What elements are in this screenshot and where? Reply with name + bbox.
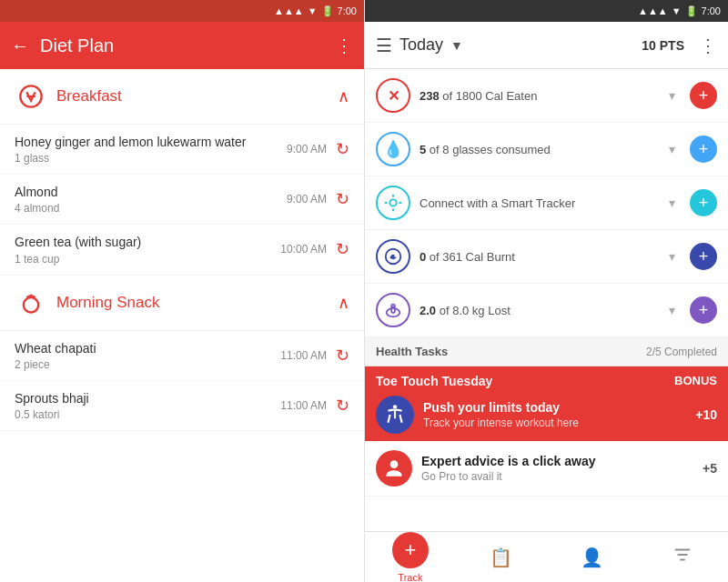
weight-add-button[interactable]: + [690,296,717,324]
refresh-icon[interactable]: ↻ [336,189,349,209]
hamburger-menu-button[interactable]: ☰ [376,35,392,56]
morning-snack-section-header: Morning Snack ∧ [0,276,364,331]
right-time: 7:00 [702,5,721,16]
weight-icon-circle [376,293,410,327]
refresh-icon[interactable]: ↻ [336,139,349,159]
water-icon-circle: 💧 [376,132,410,166]
morning-snack-chevron-icon[interactable]: ∧ [338,293,349,313]
toe-touch-avatar [376,396,414,434]
health-tasks-count: 2/5 Completed [646,346,717,358]
signal-icon: ▲▲▲ [274,5,304,16]
calories-value: 238 [420,89,440,103]
food-item: Almond 4 almond 9:00 AM ↻ [0,175,364,225]
more-menu-button[interactable]: ⋮ [335,35,353,56]
toe-touch-title: Toe Touch Tuesday [376,374,492,388]
left-statusbar: ▲▲▲ ▼ 🔋 7:00 [0,0,364,22]
toe-touch-push-title: Push your limits today [423,400,686,415]
food-item: Wheat chapati 2 piece 11:00 AM ↻ [0,331,364,381]
profile-icon: 👤 [581,547,603,568]
food-item-time: 9:00 AM [287,143,327,156]
burnt-dropdown-icon[interactable]: ▾ [669,249,675,264]
weight-dropdown-icon[interactable]: ▾ [669,303,675,317]
right-panel: ▲▲▲ ▼ 🔋 7:00 ☰ Today ▼ 10 PTS ⋮ ✕ 238 of… [364,0,728,582]
food-item-name: Wheat chapati [15,340,280,356]
burnt-stat-text: 0 of 361 Cal Burnt [420,250,660,264]
pts-label: 10 PTS [470,38,684,53]
food-item-qty: 1 glass [15,152,287,165]
stats-container: ✕ 238 of 1800 Cal Eaten ▾ + 💧 5 of 8 gla… [365,69,728,531]
water-icon: 💧 [383,139,403,159]
tracker-stat-text: Connect with a Smart Tracker [420,196,660,210]
expert-task-pts: +5 [703,461,717,476]
expert-task-name: Expert advice is a click away [421,454,693,468]
morning-snack-label: Morning Snack [56,294,338,312]
morning-snack-section-icon [15,286,47,319]
food-item-name: Honey ginger and lemon lukewarm water [15,134,287,150]
food-item-info: Green tea (with sugar) 1 tea cup [15,234,280,265]
nav-profile[interactable]: 👤 [547,547,638,568]
food-item-info: Honey ginger and lemon lukewarm water 1 … [15,134,287,165]
food-item-time: 9:00 AM [287,193,327,206]
svg-point-2 [24,297,38,312]
food-item-qty: 1 tea cup [15,253,280,266]
weight-label: of 8.0 kg Lost [440,304,511,317]
tracker-stat-row: Connect with a Smart Tracker ▾ + [365,176,728,230]
bottom-nav: + Track 📋 👤 [365,531,728,582]
food-item: Green tea (with sugar) 1 tea cup 10:00 A… [0,225,364,275]
left-content: Breakfast ∧ Honey ginger and lemon lukew… [0,69,364,582]
track-label: Track [398,572,422,583]
food-item-name: Almond [15,184,287,200]
breakfast-chevron-icon[interactable]: ∧ [338,86,349,106]
health-tasks-label: Health Tasks [376,345,646,358]
weight-stat-text: 2.0 of 8.0 kg Lost [420,304,660,317]
calories-stat-text: 238 of 1800 Cal Eaten [420,89,660,103]
diary-icon: 📋 [490,547,512,568]
calories-x-icon: ✕ [388,87,399,105]
calories-icon-circle: ✕ [376,78,410,113]
nav-filter[interactable] [637,545,728,569]
refresh-icon[interactable]: ↻ [336,346,349,366]
food-item-name: Sprouts bhaji [15,390,280,406]
health-tasks-header: Health Tasks 2/5 Completed [365,337,728,366]
weight-stat-row: 2.0 of 8.0 kg Lost ▾ + [365,284,728,337]
tracker-add-button[interactable]: + [690,189,717,216]
expert-avatar [376,450,412,487]
refresh-icon[interactable]: ↻ [336,396,349,416]
burnt-add-button[interactable]: + [690,243,717,270]
today-dropdown-icon[interactable]: ▼ [450,38,463,53]
food-item-info: Wheat chapati 2 piece [15,340,280,371]
svg-point-9 [393,405,397,408]
back-button[interactable]: ← [11,35,29,56]
track-circle-icon[interactable]: + [392,532,429,568]
calories-add-button[interactable]: + [690,82,717,109]
refresh-icon[interactable]: ↻ [336,239,349,259]
tracker-dropdown-icon[interactable]: ▾ [669,196,675,210]
food-item-qty: 2 piece [15,358,280,371]
water-dropdown-icon[interactable]: ▾ [669,142,675,156]
food-item-qty: 4 almond [15,202,287,215]
tracker-icon-circle [376,186,410,220]
nav-diary[interactable]: 📋 [456,547,547,568]
expert-task-info: Expert advice is a click away Go Pro to … [421,454,693,483]
water-stat-row: 💧 5 of 8 glasses consumed ▾ + [365,123,728,176]
right-wifi-icon: ▼ [672,5,682,16]
calories-dropdown-icon[interactable]: ▾ [669,88,675,103]
breakfast-section-icon [15,80,47,113]
page-title: Diet Plan [40,35,324,56]
toe-touch-push-sub: Track your intense workout here [423,416,686,429]
today-label: Today [399,35,443,55]
nav-track[interactable]: + Track [365,532,456,583]
battery-icon: 🔋 [321,5,334,17]
expert-task-item[interactable]: Expert advice is a click away Go Pro to … [365,441,728,497]
food-item: Honey ginger and lemon lukewarm water 1 … [0,125,364,175]
calories-label: of 1800 Cal Eaten [442,89,537,103]
water-add-button[interactable]: + [690,135,717,163]
toe-touch-card[interactable]: Toe Touch Tuesday BONUS Push your limits… [365,366,728,441]
toe-touch-bonus: BONUS [674,374,717,388]
food-item-info: Almond 4 almond [15,184,287,215]
right-more-menu-button[interactable]: ⋮ [699,35,717,56]
food-item-time: 11:00 AM [280,349,327,362]
food-item-time: 11:00 AM [280,399,327,412]
food-item-time: 10:00 AM [280,243,327,256]
right-battery-icon: 🔋 [685,5,698,17]
